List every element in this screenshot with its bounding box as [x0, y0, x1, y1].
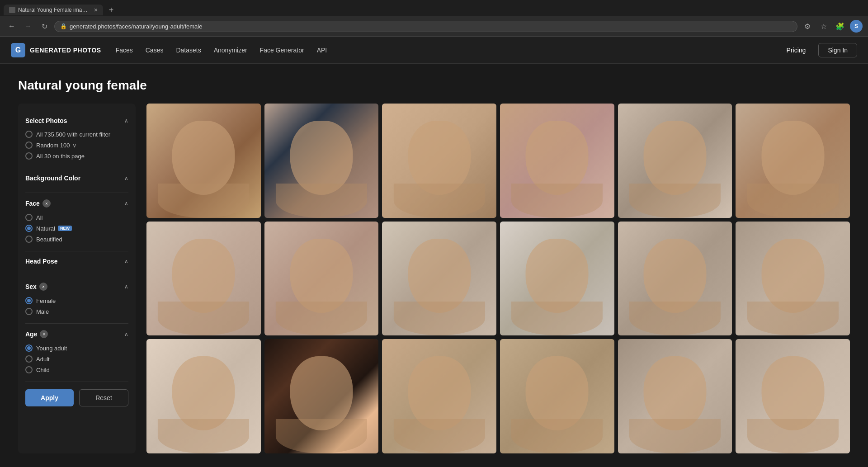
photo-item-16[interactable]	[500, 339, 614, 453]
option-all-filter[interactable]: All 735,500 with current filter	[25, 129, 128, 140]
url-text: generated.photos/faces/natural/young-adu…	[70, 23, 202, 30]
label-sex-female: Female	[36, 297, 56, 304]
sex-section: Sex × ∧ Female Male	[25, 276, 128, 324]
radio-age-adult	[25, 355, 33, 363]
label-all-30: All 30 on this page	[36, 153, 85, 160]
face-header[interactable]: Face × ∧	[25, 199, 128, 208]
option-age-adult[interactable]: Adult	[25, 354, 128, 364]
label-face-natural: Natural NEW	[36, 225, 72, 232]
photo-item-14[interactable]	[264, 339, 379, 453]
tab-favicon	[9, 7, 15, 13]
app-nav: Faces Cases Datasets Anonymizer Face Gen…	[116, 47, 779, 54]
label-age-child: Child	[36, 367, 50, 373]
face-image-10	[500, 222, 614, 336]
apply-button[interactable]: Apply	[25, 389, 74, 406]
head-pose-header[interactable]: Head Pose ∧	[25, 258, 128, 265]
address-bar[interactable]: 🔒 generated.photos/faces/natural/young-a…	[54, 21, 797, 32]
nav-api[interactable]: API	[317, 47, 327, 54]
option-all-30[interactable]: All 30 on this page	[25, 151, 128, 161]
face-image-15	[382, 339, 496, 453]
photo-item-12[interactable]	[736, 222, 850, 336]
browser-chrome: Natural Young Female images | × + ← → ↻ …	[0, 0, 868, 37]
photo-item-7[interactable]	[146, 222, 261, 336]
radio-face-all	[25, 214, 33, 221]
age-chevron: ∧	[124, 331, 128, 337]
photo-item-18[interactable]	[736, 339, 850, 453]
photo-item-11[interactable]	[618, 222, 732, 336]
face-image-9	[382, 222, 496, 336]
app-logo[interactable]: G GENERATED PHOTOS	[11, 43, 101, 57]
option-age-child[interactable]: Child	[25, 364, 128, 375]
forward-button[interactable]: →	[22, 20, 34, 33]
face-image-13	[146, 339, 261, 453]
photo-item-17[interactable]	[618, 339, 732, 453]
head-pose-title: Head Pose	[25, 258, 58, 265]
background-color-chevron: ∧	[124, 175, 128, 181]
face-image-18	[736, 339, 850, 453]
lock-icon: 🔒	[60, 23, 67, 29]
option-face-beautified[interactable]: Beautified	[25, 234, 128, 245]
photo-item-15[interactable]	[382, 339, 496, 453]
face-image-2	[264, 104, 379, 218]
nav-faces[interactable]: Faces	[116, 47, 133, 54]
face-image-11	[618, 222, 732, 336]
option-sex-female[interactable]: Female	[25, 295, 128, 306]
sex-header[interactable]: Sex × ∧	[25, 283, 128, 291]
face-section: Face × ∧ All Natural NEW	[25, 193, 128, 251]
photo-item-1[interactable]	[146, 104, 261, 218]
option-age-young-adult[interactable]: Young adult	[25, 343, 128, 354]
face-header-left: Face ×	[25, 199, 51, 208]
option-sex-male[interactable]: Male	[25, 306, 128, 317]
select-photos-header[interactable]: Select Photos ∧	[25, 117, 128, 124]
tab-close-icon[interactable]: ×	[94, 6, 98, 14]
pricing-button[interactable]: Pricing	[779, 44, 813, 57]
puzzle-icon[interactable]: 🧩	[834, 20, 846, 33]
radio-face-natural	[25, 225, 33, 232]
photo-item-9[interactable]	[382, 222, 496, 336]
active-tab[interactable]: Natural Young Female images | ×	[4, 5, 103, 15]
nav-datasets[interactable]: Datasets	[176, 47, 201, 54]
radio-random-100	[25, 142, 33, 149]
face-image-14	[264, 339, 379, 453]
age-clear-badge[interactable]: ×	[40, 330, 48, 338]
face-image-17	[618, 339, 732, 453]
nav-right-icons: ⚙ ☆ 🧩 S	[801, 20, 863, 33]
photo-item-3[interactable]	[382, 104, 496, 218]
profile-avatar[interactable]: S	[850, 20, 863, 33]
sex-clear-badge[interactable]: ×	[39, 283, 47, 291]
photo-item-10[interactable]	[500, 222, 614, 336]
photo-item-6[interactable]	[736, 104, 850, 218]
extensions-icon[interactable]: ⚙	[801, 20, 814, 33]
face-image-5	[618, 104, 732, 218]
background-color-header[interactable]: Background Color ∧	[25, 175, 128, 182]
option-random-100[interactable]: Random 100 ∨	[25, 140, 128, 151]
face-image-1	[146, 104, 261, 218]
radio-all-30	[25, 152, 33, 160]
signin-button[interactable]: Sign In	[818, 43, 857, 57]
option-face-natural[interactable]: Natural NEW	[25, 223, 128, 234]
back-button[interactable]: ←	[5, 20, 18, 33]
face-image-4	[500, 104, 614, 218]
option-face-all[interactable]: All	[25, 212, 128, 223]
apply-reset-row: Apply Reset	[25, 382, 128, 406]
photo-item-5[interactable]	[618, 104, 732, 218]
select-photos-chevron: ∧	[124, 118, 128, 124]
photo-item-8[interactable]	[264, 222, 379, 336]
photo-item-2[interactable]	[264, 104, 379, 218]
nav-cases[interactable]: Cases	[146, 47, 164, 54]
age-header-left: Age ×	[25, 330, 48, 338]
age-header[interactable]: Age × ∧	[25, 330, 128, 338]
content-layout: Select Photos ∧ All 735,500 with current…	[18, 104, 850, 453]
face-clear-badge[interactable]: ×	[42, 199, 51, 208]
refresh-button[interactable]: ↻	[38, 20, 51, 33]
page-title: Natural young female	[18, 78, 850, 93]
nav-anonymizer[interactable]: Anonymizer	[214, 47, 247, 54]
photo-item-4[interactable]	[500, 104, 614, 218]
reset-button[interactable]: Reset	[79, 389, 128, 406]
new-tab-button[interactable]: +	[105, 4, 118, 16]
photo-item-13[interactable]	[146, 339, 261, 453]
nav-face-generator[interactable]: Face Generator	[260, 47, 304, 54]
bookmark-icon[interactable]: ☆	[817, 20, 830, 33]
sex-title: Sex	[25, 283, 37, 290]
background-color-section: Background Color ∧	[25, 168, 128, 193]
